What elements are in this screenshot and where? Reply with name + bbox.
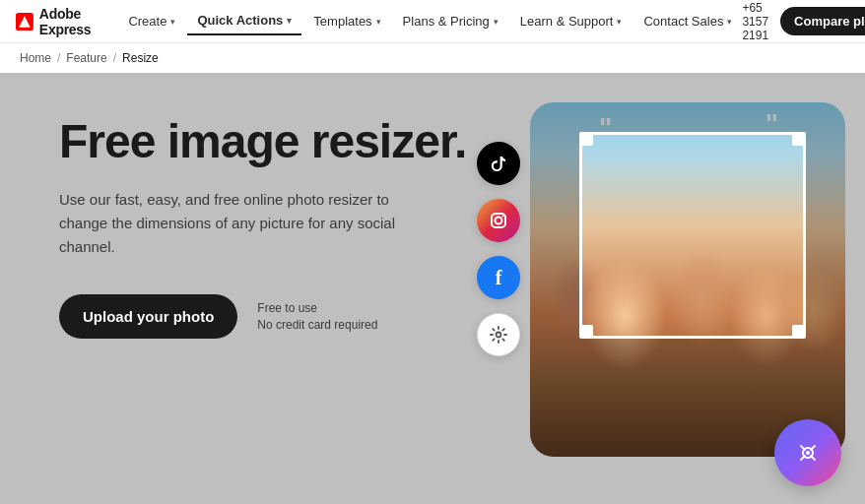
logo-text: Adobe Express <box>39 6 101 37</box>
nav-item-contact[interactable]: Contact Sales ▾ <box>633 8 742 34</box>
crop-corner-tl <box>579 132 593 146</box>
svg-point-7 <box>806 451 810 455</box>
breadcrumb-feature[interactable]: Feature <box>66 51 106 65</box>
nav-create-label: Create <box>128 14 166 29</box>
breadcrumb: Home / Feature / Resize <box>0 43 865 73</box>
breadcrumb-home[interactable]: Home <box>20 51 51 65</box>
nav-item-learn[interactable]: Learn & Support ▾ <box>510 8 632 34</box>
free-to-use-label: Free to use <box>257 301 377 315</box>
breadcrumb-separator: / <box>57 51 60 65</box>
crop-corner-tr <box>792 132 806 146</box>
chevron-down-icon: ▾ <box>376 17 381 27</box>
nav-items: Create ▾ Quick Actions ▾ Templates ▾ Pla… <box>118 7 742 35</box>
logo-link[interactable]: Adobe Express <box>16 6 100 37</box>
breadcrumb-current: Resize <box>122 51 159 65</box>
adobe-logo-icon <box>16 8 33 35</box>
nav-quick-actions-label: Quick Actions <box>197 13 283 28</box>
breadcrumb-separator: / <box>113 51 116 65</box>
crop-corner-bl <box>579 325 593 339</box>
hero-subtitle: Use our fast, easy, and free online phot… <box>59 188 433 259</box>
nav-right: +65 3157 2191 Compare plans <box>742 1 865 42</box>
nav-templates-label: Templates <box>313 14 371 29</box>
upload-photo-button[interactable]: Upload your photo <box>59 294 237 339</box>
hero-section: Free image resizer. Use our fast, easy, … <box>0 73 865 504</box>
hero-left: Free image resizer. Use our fast, easy, … <box>59 96 532 486</box>
hero-right: " " f <box>491 93 865 504</box>
crop-frame[interactable] <box>579 132 806 339</box>
navbar: Adobe Express Create ▾ Quick Actions ▾ T… <box>0 0 865 43</box>
nav-item-quick-actions[interactable]: Quick Actions ▾ <box>187 7 301 35</box>
chevron-down-icon: ▾ <box>727 17 732 27</box>
nav-contact-label: Contact Sales <box>643 14 723 29</box>
phone-number: +65 3157 2191 <box>742 1 768 42</box>
cta-area: Upload your photo Free to use No credit … <box>59 294 532 339</box>
nav-item-create[interactable]: Create ▾ <box>118 8 185 34</box>
nav-learn-label: Learn & Support <box>520 14 614 29</box>
no-credit-card-label: No credit card required <box>257 318 377 332</box>
nav-plans-label: Plans & Pricing <box>403 14 490 29</box>
chevron-down-icon: ▾ <box>617 17 622 27</box>
nav-item-templates[interactable]: Templates ▾ <box>303 8 390 34</box>
ai-badge-button[interactable] <box>774 419 841 486</box>
crop-corner-br <box>792 325 806 339</box>
chevron-down-icon: ▾ <box>287 16 292 26</box>
free-info: Free to use No credit card required <box>257 301 377 332</box>
compare-plans-button[interactable]: Compare plans <box>780 7 865 35</box>
ai-resize-icon <box>796 441 820 465</box>
chevron-down-icon: ▾ <box>170 17 175 27</box>
nav-item-plans[interactable]: Plans & Pricing ▾ <box>393 8 508 34</box>
chevron-down-icon: ▾ <box>494 17 499 27</box>
hero-title: Free image resizer. <box>59 116 532 168</box>
